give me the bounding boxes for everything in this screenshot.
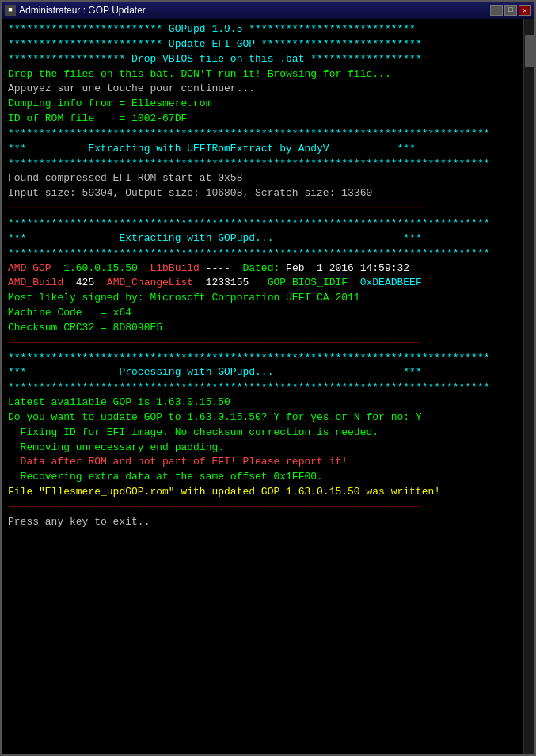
console-line: ****************************************… bbox=[8, 246, 528, 262]
console-line: Dumping info from = Ellesmere.rom bbox=[8, 97, 528, 112]
scrollbar-thumb[interactable] bbox=[525, 35, 534, 67]
console-line: ******************* Drop VBIOS file on t… bbox=[8, 52, 528, 67]
console-line: ────────────────────────────────────────… bbox=[8, 336, 528, 351]
console-line: Data after ROM and not part of EFI! Plea… bbox=[8, 455, 528, 470]
console-line: ────────────────────────────────────────… bbox=[8, 500, 528, 515]
console-line: Press any key to exit.. bbox=[8, 515, 528, 530]
console-line: *** Extracting with GOPupd... *** bbox=[8, 231, 528, 246]
console-line: *** Extracting with UEFIRomExtract by An… bbox=[8, 142, 528, 157]
console-line: Do you want to update GOP to 1.63.0.15.5… bbox=[8, 410, 528, 426]
console-line: Found compressed EFI ROM start at 0x58 bbox=[8, 171, 528, 186]
console-line: ************************* GOPupd 1.9.5 *… bbox=[8, 22, 528, 37]
console-area: ************************* GOPupd 1.9.5 *… bbox=[2, 19, 534, 754]
console-line: Machine Code = x64 bbox=[8, 306, 528, 321]
console-line: AMD GOP 1.60.0.15.50 LibBuild ---- Dated… bbox=[8, 262, 528, 277]
console-line: Fixing ID for EFI image. No checksum cor… bbox=[8, 426, 528, 441]
console-line: ID of ROM file = 1002-67DF bbox=[8, 112, 528, 127]
console-line: Most likely signed by: Microsoft Corpora… bbox=[8, 291, 528, 306]
scrollbar[interactable] bbox=[523, 19, 534, 754]
title-bar: ■ Administrateur : GOP Updater ─ □ ✕ bbox=[2, 2, 534, 19]
console-line: Appuyez sur une touche pour continuer... bbox=[8, 82, 528, 97]
console-line: ****************************************… bbox=[8, 380, 528, 395]
console-line: ****************************************… bbox=[8, 127, 528, 142]
console-line: Latest available GOP is 1.63.0.15.50 bbox=[8, 395, 528, 410]
minimize-button[interactable]: ─ bbox=[490, 5, 503, 16]
window-title: Administrateur : GOP Updater bbox=[19, 5, 146, 16]
console-line: ************************* Update EFI GOP… bbox=[8, 37, 528, 52]
console-line: AMD_Build 425 AMD_ChangeList 1233155 GOP… bbox=[8, 276, 528, 291]
console-line: ────────────────────────────────────────… bbox=[8, 201, 528, 216]
window-controls: ─ □ ✕ bbox=[490, 5, 531, 16]
close-button[interactable]: ✕ bbox=[519, 5, 531, 16]
window-icon: ■ bbox=[5, 5, 16, 16]
console-line: Input size: 59304, Output size: 106808, … bbox=[8, 186, 528, 201]
console-line: Recovering extra data at the same offset… bbox=[8, 470, 528, 485]
title-bar-left: ■ Administrateur : GOP Updater bbox=[5, 5, 146, 16]
console-line: *** Processing with GOPupd... *** bbox=[8, 365, 528, 380]
window-frame: ■ Administrateur : GOP Updater ─ □ ✕ ***… bbox=[0, 0, 536, 756]
console-line: ****************************************… bbox=[8, 157, 528, 172]
console-line: Checksum CRC32 = 8D8090E5 bbox=[8, 321, 528, 336]
console-line: Drop the files on this bat. DON'T run it… bbox=[8, 67, 528, 82]
console-line: ****************************************… bbox=[8, 216, 528, 231]
console-line: ****************************************… bbox=[8, 351, 528, 366]
maximize-button[interactable]: □ bbox=[504, 5, 517, 16]
console-line: File "Ellesmere_updGOP.rom" with updated… bbox=[8, 485, 528, 500]
console-line: Removing unnecessary end padding. bbox=[8, 441, 528, 456]
console-output: ************************* GOPupd 1.9.5 *… bbox=[8, 22, 528, 530]
